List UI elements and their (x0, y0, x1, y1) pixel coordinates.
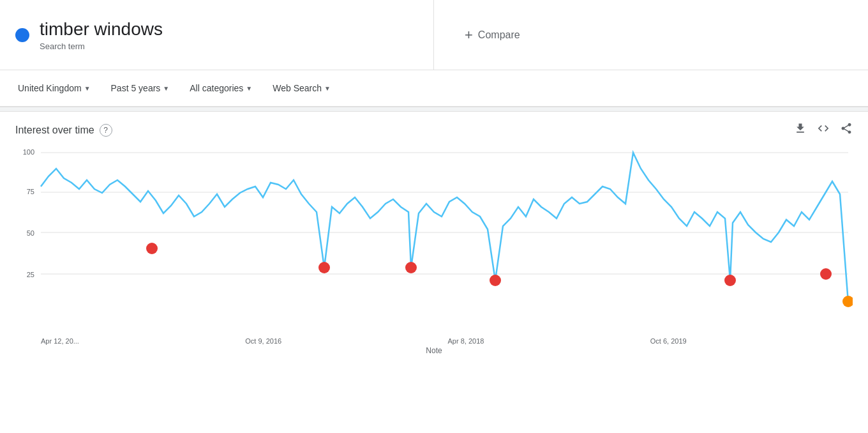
svg-point-8 (146, 243, 158, 254)
download-button[interactable] (794, 122, 807, 138)
search-term-section: timber windows Search term (0, 0, 434, 70)
svg-text:75: 75 (27, 188, 34, 195)
top-bar: timber windows Search term + Compare (0, 0, 868, 70)
interest-chart: 100 75 50 25 (15, 143, 853, 335)
category-chevron: ▼ (246, 85, 252, 92)
embed-button[interactable] (817, 122, 830, 138)
chart-area: 100 75 50 25 (15, 143, 853, 335)
section-divider (0, 107, 868, 112)
time-filter[interactable]: Past 5 years ▼ (103, 78, 177, 98)
region-chevron: ▼ (84, 85, 91, 92)
search-term-title: timber windows (40, 19, 163, 40)
search-type-filter[interactable]: Web Search ▼ (265, 78, 338, 98)
chart-container: Interest over time ? 100 75 50 25 (0, 112, 868, 355)
compare-button[interactable]: + Compare (460, 22, 525, 49)
chart-note: Note (15, 346, 853, 355)
search-type-label: Web Search (273, 83, 322, 93)
category-filter[interactable]: All categories ▼ (182, 78, 260, 98)
svg-point-14 (842, 296, 853, 307)
x-label-1: Oct 9, 2016 (245, 337, 281, 345)
svg-text:50: 50 (27, 229, 34, 237)
region-filter[interactable]: United Kingdom ▼ (10, 78, 98, 98)
chart-actions (794, 122, 853, 138)
time-label: Past 5 years (111, 83, 161, 93)
x-label-2: Apr 8, 2018 (448, 337, 484, 345)
svg-point-9 (318, 262, 330, 273)
search-term-subtitle: Search term (40, 42, 163, 51)
search-term-dot (15, 28, 29, 42)
search-type-chevron: ▼ (324, 85, 331, 92)
plus-icon: + (465, 27, 473, 43)
chart-header: Interest over time ? (15, 122, 853, 138)
region-label: United Kingdom (18, 83, 82, 93)
share-button[interactable] (840, 122, 853, 138)
x-axis-labels: Apr 12, 20... Oct 9, 2016 Apr 8, 2018 Oc… (15, 335, 853, 345)
svg-text:25: 25 (27, 271, 34, 278)
category-label: All categories (190, 83, 243, 93)
svg-point-11 (490, 275, 501, 286)
compare-label: Compare (478, 29, 520, 41)
help-icon[interactable]: ? (100, 124, 112, 137)
x-label-0: Apr 12, 20... (41, 337, 79, 345)
compare-section: + Compare (434, 0, 868, 70)
time-chevron: ▼ (163, 85, 169, 92)
x-label-3: Oct 6, 2019 (650, 337, 687, 345)
svg-point-12 (724, 275, 736, 286)
svg-point-13 (820, 268, 832, 280)
svg-point-10 (405, 262, 417, 273)
chart-title-group: Interest over time ? (15, 124, 112, 137)
search-term-text: timber windows Search term (40, 19, 163, 51)
chart-title: Interest over time (15, 125, 94, 136)
filters-bar: United Kingdom ▼ Past 5 years ▼ All cate… (0, 70, 868, 107)
svg-text:100: 100 (23, 148, 34, 156)
